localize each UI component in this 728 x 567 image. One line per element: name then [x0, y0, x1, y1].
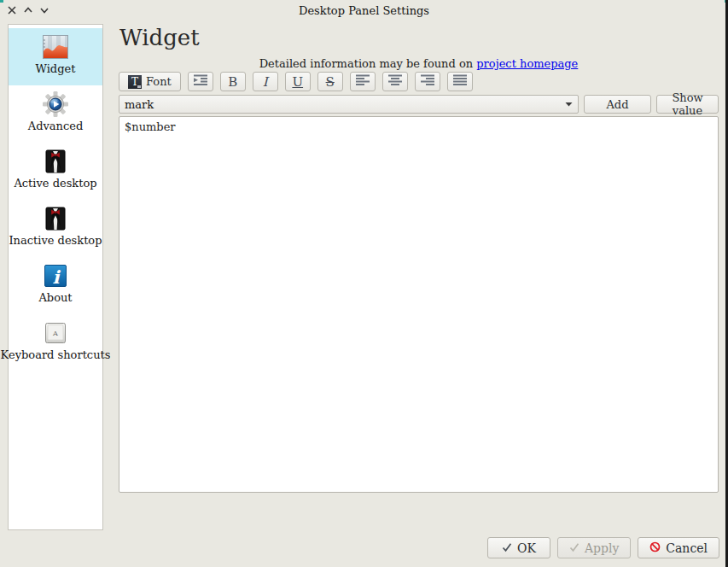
sidebar-item-active-desktop[interactable]: Active desktop	[9, 143, 102, 200]
sidebar-item-about[interactable]: i About	[9, 257, 102, 314]
align-justify-icon	[453, 74, 467, 89]
indent-button[interactable]	[188, 72, 213, 91]
format-toolbar: T Font B I U S	[119, 72, 473, 91]
align-right-button[interactable]	[415, 72, 440, 91]
ok-button[interactable]: OK	[487, 537, 550, 558]
sidebar-item-label: Advanced	[28, 120, 83, 132]
sidebar-item-advanced[interactable]: Advanced	[9, 85, 102, 143]
keyboard-key-icon: A	[42, 319, 69, 347]
sidebar-item-label: Active desktop	[14, 177, 96, 190]
info-line: Detailed information may be found on pro…	[119, 57, 719, 70]
align-left-button[interactable]	[350, 72, 376, 91]
sidebar-item-keyboard-shortcuts[interactable]: A Keyboard shortcuts	[9, 314, 102, 371]
sidebar-item-label: About	[38, 291, 72, 304]
cancel-button[interactable]: Cancel	[638, 537, 719, 558]
font-button[interactable]: T Font	[119, 72, 181, 91]
sidebar-item-label: Keyboard shortcuts	[1, 348, 111, 361]
svg-text:A: A	[52, 330, 58, 337]
project-homepage-link[interactable]: project homepage	[476, 57, 578, 70]
bold-button[interactable]: B	[220, 72, 246, 91]
close-icon[interactable]	[7, 5, 17, 15]
underline-button[interactable]: U	[285, 72, 311, 91]
italic-button[interactable]: I	[253, 72, 278, 91]
widget-text-editor[interactable]: $number	[119, 116, 719, 493]
align-right-icon	[421, 74, 434, 89]
strikethrough-icon: S	[326, 74, 335, 90]
add-button[interactable]: Add	[584, 95, 651, 114]
apply-button-label: Apply	[585, 541, 619, 555]
mark-combobox[interactable]: mark	[119, 95, 579, 114]
dialog-buttons: OK Apply Cancel	[0, 537, 719, 558]
sidebar-item-label: Inactive desktop	[9, 234, 102, 247]
titlebar: Desktop Panel Settings	[0, 0, 728, 20]
prohibition-icon	[649, 541, 661, 555]
mark-row: mark Add Show value	[119, 95, 719, 114]
show-value-button[interactable]: Show value	[656, 95, 719, 114]
settings-page-widget: Widget Detailed information may be found…	[119, 24, 719, 502]
window-title: Desktop Panel Settings	[0, 0, 728, 17]
gear-icon	[42, 91, 69, 118]
italic-icon: I	[263, 74, 268, 90]
font-button-label: Font	[146, 75, 172, 88]
align-justify-button[interactable]	[447, 72, 473, 91]
indent-icon	[194, 74, 207, 89]
chevron-down-icon[interactable]	[39, 5, 50, 15]
info-text: Detailed information may be found on	[259, 57, 473, 70]
strikethrough-button[interactable]: S	[317, 72, 343, 91]
tuxedo-icon	[42, 148, 69, 175]
align-left-icon	[356, 74, 370, 89]
tuxedo-icon	[42, 205, 69, 232]
align-center-button[interactable]	[382, 72, 408, 91]
sidebar-item-label: Widget	[36, 62, 76, 75]
check-icon	[502, 541, 512, 555]
info-icon: i	[42, 262, 69, 289]
chevron-down-icon	[565, 102, 573, 107]
bold-icon: B	[228, 74, 237, 90]
sidebar: Widget	[8, 24, 103, 530]
sidebar-item-inactive-desktop[interactable]: Inactive desktop	[9, 200, 102, 257]
ok-button-label: OK	[517, 541, 536, 555]
font-icon: T	[128, 75, 142, 89]
underline-icon: U	[292, 74, 303, 90]
align-center-icon	[388, 74, 402, 89]
chart-widget-icon	[42, 33, 69, 61]
chevron-up-icon[interactable]	[23, 5, 33, 15]
mark-combobox-value: mark	[125, 98, 154, 111]
apply-button[interactable]: Apply	[557, 537, 631, 558]
page-title: Widget	[119, 25, 200, 50]
check-icon	[569, 541, 579, 555]
sidebar-item-widget[interactable]: Widget	[9, 28, 102, 85]
cancel-button-label: Cancel	[666, 541, 708, 555]
